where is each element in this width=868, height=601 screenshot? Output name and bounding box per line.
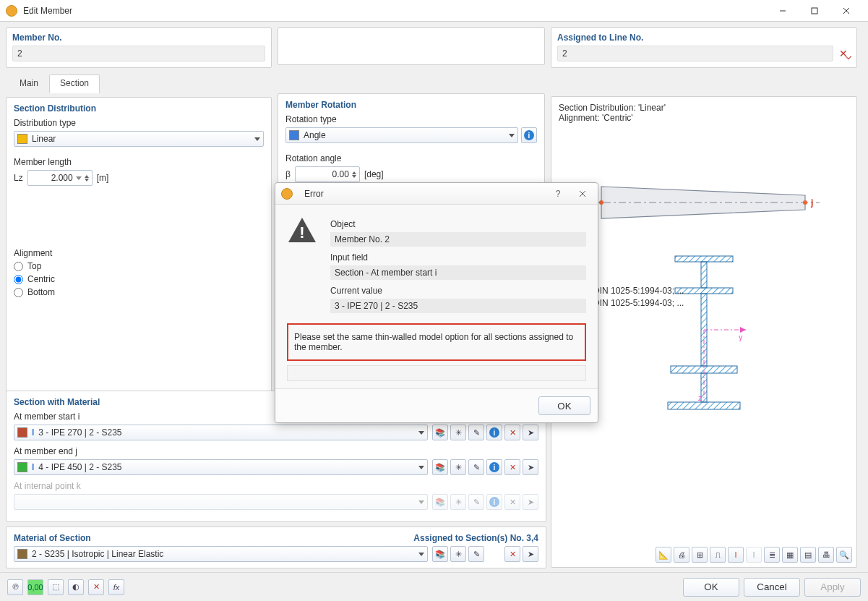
radio-bottom[interactable]: Bottom xyxy=(14,287,264,297)
delete-button[interactable]: ✕ xyxy=(504,459,520,475)
minimize-button[interactable] xyxy=(767,1,799,21)
dialog-close-button[interactable] xyxy=(573,186,592,202)
err-object-value: Member No. 2 xyxy=(330,232,586,247)
i-beam-cross-section-diagram: y z xyxy=(661,253,747,419)
length-symbol: Lz xyxy=(14,173,23,183)
toolbar-i2-button[interactable]: I xyxy=(746,547,762,563)
rotation-angle-input[interactable]: 0.00 xyxy=(295,166,360,182)
cancel-button[interactable]: Cancel xyxy=(744,578,800,597)
toolbar-values-button[interactable]: ▤ xyxy=(800,547,816,563)
toolbar-print-button[interactable]: 🖨 xyxy=(674,547,689,563)
info-button[interactable]: i xyxy=(521,127,537,143)
error-title: Error xyxy=(304,189,543,199)
bb-dim-button[interactable]: 0,00 xyxy=(27,579,43,595)
swm-end-dropdown[interactable]: I 4 - IPE 450 | 2 - S235 xyxy=(14,459,428,475)
tab-main[interactable]: Main xyxy=(9,74,49,93)
swatch-icon xyxy=(17,134,27,144)
new-button[interactable]: ✳ xyxy=(450,546,466,562)
app-icon xyxy=(6,5,17,17)
err-input-value: Section - At member start i xyxy=(330,265,586,280)
member-no-panel: Member No. 2 xyxy=(6,27,272,68)
material-assigned: Assigned to Section(s) No. 3,4 xyxy=(413,533,538,543)
edit-button[interactable]: ✎ xyxy=(468,546,484,562)
swm-start-dropdown[interactable]: I 3 - IPE 270 | 2 - S235 xyxy=(14,425,428,440)
chevron-down-icon xyxy=(254,137,260,141)
new-button[interactable]: ✳ xyxy=(450,459,466,475)
svg-point-6 xyxy=(599,200,603,205)
library-button[interactable]: 📚 xyxy=(432,459,448,475)
edit-button[interactable]: ✎ xyxy=(468,425,484,440)
info-icon: i xyxy=(489,497,499,507)
swm-internal-dropdown xyxy=(14,494,428,510)
assigned-line-input[interactable]: 2 xyxy=(557,46,833,61)
err-current-value: 3 - IPE 270 | 2 - S235 xyxy=(330,299,586,313)
material-dropdown[interactable]: 2 - S235 | Isotropic | Linear Elastic xyxy=(14,546,428,562)
svg-rect-10 xyxy=(701,262,707,288)
pick-button[interactable]: ➤ xyxy=(523,459,538,475)
info-button: i xyxy=(486,494,502,510)
toolbar-grid-button[interactable]: ▦ xyxy=(782,547,798,563)
swatch-icon xyxy=(17,427,27,438)
new-button[interactable]: ✳ xyxy=(450,425,466,440)
node-j-label: j xyxy=(810,197,813,208)
ok-button[interactable]: OK xyxy=(683,578,739,597)
bb-units-button[interactable]: ℗ xyxy=(7,579,23,595)
info-button[interactable]: i xyxy=(486,459,502,475)
library-button: 📚 xyxy=(432,494,448,510)
member-length-input[interactable]: 2.000 xyxy=(27,170,93,186)
maximize-button[interactable] xyxy=(799,1,830,21)
delete-button[interactable]: ✕ xyxy=(504,546,520,562)
error-ok-button[interactable]: OK xyxy=(538,396,590,415)
pick-button[interactable]: ➤ xyxy=(523,546,538,562)
tapered-member-diagram: i j xyxy=(588,181,820,224)
apply-button[interactable]: Apply xyxy=(804,578,861,597)
toolbar-axes-button[interactable]: ⊞ xyxy=(692,547,708,563)
svg-point-7 xyxy=(803,200,807,205)
toolbar-stress-button[interactable]: ⎍ xyxy=(710,547,726,563)
tab-section[interactable]: Section xyxy=(49,74,100,93)
library-button[interactable]: 📚 xyxy=(432,425,448,440)
chevron-down-icon xyxy=(418,553,424,556)
member-no-input[interactable]: 2 xyxy=(12,46,265,61)
bb-remove-button[interactable]: ✕ xyxy=(88,579,104,595)
err-input-label: Input field xyxy=(330,252,586,263)
radio-centric[interactable]: Centric xyxy=(14,274,264,284)
chevron-down-icon xyxy=(418,431,424,435)
alignment-label: Alignment xyxy=(14,248,264,258)
i-beam-icon: I xyxy=(32,427,34,438)
angle-symbol: β xyxy=(285,169,291,179)
bb-axes-button[interactable]: ⬚ xyxy=(48,579,64,595)
toolbar-print2-button[interactable]: 🖶 xyxy=(818,547,834,563)
toolbar-list-button[interactable]: ≣ xyxy=(764,547,780,563)
radio-top[interactable]: Top xyxy=(14,261,264,271)
bb-local-button[interactable]: ◐ xyxy=(68,579,84,595)
info-button[interactable]: i xyxy=(486,425,502,440)
delete-button[interactable]: ✕ xyxy=(504,425,520,440)
close-button[interactable] xyxy=(830,1,862,21)
warning-icon: ! xyxy=(287,216,317,244)
edit-button[interactable]: ✎ xyxy=(468,459,484,475)
app-icon xyxy=(281,188,293,200)
rotation-type-dropdown[interactable]: Angle xyxy=(285,127,518,143)
help-button[interactable]: ? xyxy=(549,186,567,202)
library-button[interactable]: 📚 xyxy=(432,546,448,562)
info-icon: i xyxy=(489,462,499,472)
assigned-line-panel: Assigned to Line No. 2 ✕ xyxy=(551,27,857,68)
pick-button[interactable]: ➤ xyxy=(523,425,538,440)
swm-internal-label: At internal point k xyxy=(14,481,538,491)
toolbar-i-button[interactable]: I xyxy=(728,547,744,563)
length-unit: [m] xyxy=(97,173,109,183)
bottom-bar: ℗ 0,00 ⬚ ◐ ✕ fx OK Cancel Apply xyxy=(0,572,868,601)
swatch-icon xyxy=(289,130,299,140)
error-message: Please set the same thin-walled model op… xyxy=(287,323,586,361)
swatch-icon xyxy=(17,549,27,559)
tabs: Main Section xyxy=(6,74,272,93)
toolbar-view-button[interactable]: 📐 xyxy=(656,547,671,563)
toolbar-search-button[interactable]: 🔍 xyxy=(836,547,852,563)
bb-fx-button[interactable]: fx xyxy=(108,579,124,595)
line-picker-button[interactable]: ✕ xyxy=(836,47,851,60)
swatch-icon xyxy=(17,462,27,472)
distribution-type-dropdown[interactable]: Linear xyxy=(14,131,264,147)
i-beam-icon: I xyxy=(32,462,34,472)
assigned-line-label: Assigned to Line No. xyxy=(557,33,851,43)
